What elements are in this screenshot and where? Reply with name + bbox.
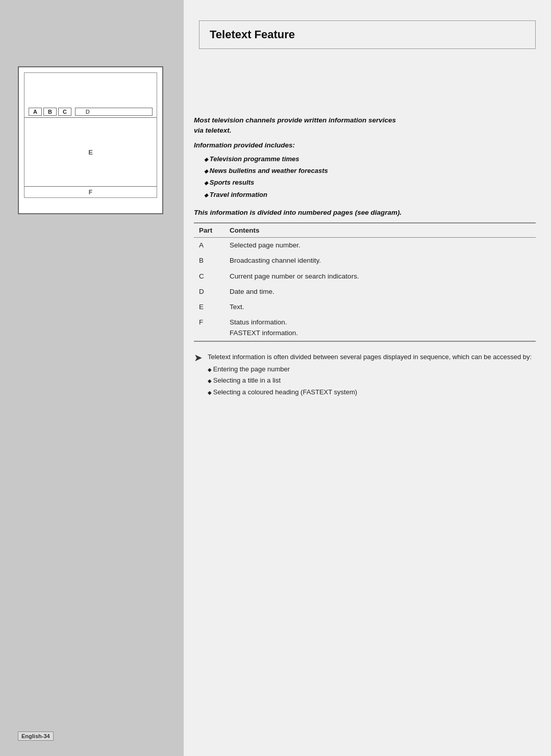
table-row: D Date and time. (194, 284, 536, 299)
row-f-contents: Status information.FASTEXT information. (224, 315, 536, 341)
row-e-part: E (194, 299, 224, 315)
bullet-list: Television programme times News bulletin… (204, 153, 536, 201)
tv-diagram: A B C D E F (18, 66, 163, 214)
bullet-item-1: Television programme times (204, 153, 536, 165)
intro-line2: via teletext. (194, 127, 232, 134)
table-header-row: Part Contents (194, 223, 536, 238)
left-sidebar: A B C D E F English-34 (0, 0, 184, 756)
note-bullet-2: Selecting a title in a list (208, 375, 536, 386)
row-c-contents: Current page number or search indicators… (224, 269, 536, 284)
table-row: F Status information.FASTEXT information… (194, 315, 536, 341)
main-content: Teletext Feature Most television channel… (184, 0, 551, 756)
note-bullet-3: Selecting a coloured heading (FASTEXT sy… (208, 387, 536, 398)
tv-content-area: E (24, 117, 157, 186)
row-f-part: F (194, 315, 224, 341)
tv-center-label: E (88, 148, 93, 156)
row-b-contents: Broadcasting channel identity. (224, 253, 536, 268)
tab-d: D (75, 108, 153, 116)
tv-bottom-label: F (89, 189, 92, 196)
tab-a: A (29, 108, 42, 116)
diagram-note: This information is divided into numbere… (194, 209, 536, 216)
table-row: C Current page number or search indicato… (194, 269, 536, 284)
info-provides: Information provided includes: (194, 141, 536, 149)
tv-bottom-bar: F (24, 186, 157, 197)
intro-text: Most television channels provide written… (194, 115, 536, 136)
note-section: ➤ Teletext information is often divided … (194, 352, 536, 398)
bullet-item-4: Travel information (204, 189, 536, 200)
tv-screen: A B C D E F (24, 72, 157, 198)
note-bullet-list: Entering the page number Selecting a tit… (208, 364, 536, 397)
table-row: A Selected page number. (194, 238, 536, 254)
row-d-contents: Date and time. (224, 284, 536, 299)
row-c-part: C (194, 269, 224, 284)
note-content: Teletext information is often divided be… (208, 352, 536, 398)
table-row: B Broadcasting channel identity. (194, 253, 536, 268)
content-body: Most television channels provide written… (184, 100, 551, 413)
intro-line1: Most television channels provide written… (194, 116, 396, 124)
row-a-contents: Selected page number. (224, 238, 536, 254)
title-box: Teletext Feature (199, 20, 536, 49)
col-part-header: Part (194, 223, 224, 238)
bullet-item-3: Sports results (204, 177, 536, 188)
note-bullet-1: Entering the page number (208, 364, 536, 375)
row-b-part: B (194, 253, 224, 268)
row-a-part: A (194, 238, 224, 254)
info-table: Part Contents A Selected page number. B … (194, 222, 536, 342)
note-arrow-icon: ➤ (194, 350, 203, 365)
tab-c: C (58, 108, 71, 116)
row-e-contents: Text. (224, 299, 536, 315)
page-number-badge: English-34 (18, 732, 54, 741)
table-row: E Text. (194, 299, 536, 315)
row-d-part: D (194, 284, 224, 299)
page-title: Teletext Feature (210, 28, 525, 41)
tv-tab-row: A B C D (24, 106, 157, 117)
tab-b: B (43, 108, 57, 116)
bullet-item-2: News bulletins and weather forecasts (204, 165, 536, 177)
note-intro-text: Teletext information is often divided be… (208, 353, 532, 361)
col-contents-header: Contents (224, 223, 536, 238)
